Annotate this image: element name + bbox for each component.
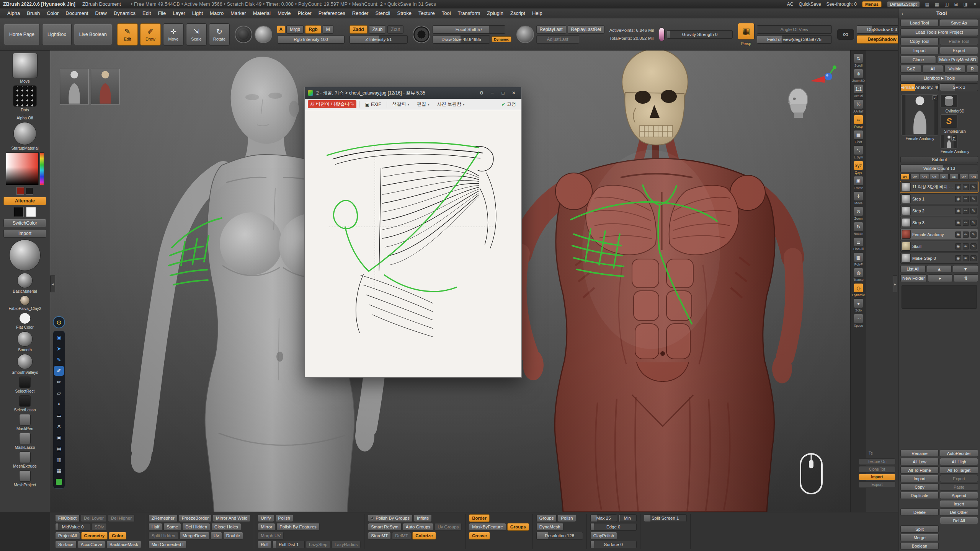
divider-icon[interactable]: ◫ bbox=[944, 2, 949, 7]
menu-file[interactable]: File bbox=[154, 8, 169, 18]
menus-button[interactable]: Menus bbox=[862, 1, 882, 7]
see-through-glasses-icon[interactable]: ∞ bbox=[837, 29, 854, 40]
edit-menu[interactable]: 편집▾ bbox=[415, 100, 432, 108]
lightbox-button[interactable]: LightBox bbox=[42, 24, 72, 45]
exif-toggle[interactable]: ▣EXIF bbox=[363, 101, 384, 108]
sculpt-icon[interactable]: ✎ bbox=[970, 220, 977, 226]
all-button[interactable]: All bbox=[923, 65, 944, 73]
r-button[interactable]: R bbox=[967, 65, 978, 73]
color-swatch-green[interactable] bbox=[54, 477, 64, 487]
subtool-item-make-step-0[interactable]: Make Step 0◉✏✎ bbox=[900, 253, 978, 264]
tab-v7[interactable]: V7 bbox=[959, 174, 969, 180]
freezeborder-button[interactable]: FreezeBorder bbox=[179, 514, 212, 522]
menu-picker[interactable]: Picker bbox=[294, 8, 315, 18]
eye-icon[interactable]: ◉ bbox=[54, 333, 64, 342]
cursor-icon[interactable]: ➤ bbox=[54, 344, 64, 354]
export-button[interactable]: Export bbox=[859, 481, 895, 488]
brush-preview-icon[interactable] bbox=[235, 26, 252, 43]
rotate-mode-button[interactable]: ↻Rotate bbox=[209, 23, 230, 46]
del-other-button[interactable]: Del Other bbox=[940, 509, 978, 516]
split-button[interactable]: Split bbox=[900, 525, 939, 533]
actual-button[interactable]: 1:1Actual bbox=[854, 84, 863, 98]
zsub-button[interactable]: Zsub bbox=[369, 25, 386, 34]
m-button[interactable]: M bbox=[323, 25, 333, 34]
paint-icon[interactable]: ✏ bbox=[963, 243, 969, 249]
visible-count-13-slider[interactable]: Visible Count 13 bbox=[900, 165, 978, 172]
rgb-intensity-100-slider[interactable]: Rgb Intensity 100 bbox=[277, 35, 345, 44]
zoom3d-button[interactable]: ⊕Zoom3D bbox=[852, 69, 865, 83]
pin-toggle[interactable]: ✔고정 bbox=[499, 100, 518, 108]
del-hidden-button[interactable]: Del Hidden bbox=[182, 523, 210, 531]
qxyz-button[interactable]: xyzQxyz bbox=[854, 161, 863, 174]
window-close-icon[interactable]: ✕ bbox=[973, 2, 977, 7]
menu-macro[interactable]: Macro bbox=[206, 8, 227, 18]
import-button[interactable]: Import bbox=[859, 474, 895, 480]
move-mode-button[interactable]: ✛Move bbox=[163, 23, 184, 46]
thumbnail-ecorche-figure[interactable] bbox=[91, 69, 120, 105]
sculpt-icon[interactable]: ✎ bbox=[970, 231, 977, 238]
roll-dist-1-slider[interactable]: Roll Dist 1 bbox=[273, 541, 305, 548]
eye-icon[interactable]: ◉ bbox=[955, 196, 961, 202]
mirror-button[interactable]: Mirror bbox=[258, 523, 275, 531]
subtool-item-step-3[interactable]: Step 3◉✏✎ bbox=[900, 217, 978, 228]
paint-icon[interactable]: ✏ bbox=[963, 184, 969, 190]
image-viewer-window[interactable]: 2 - 쇄골, 가슴 > chest_cutaway.jpg [12/16] -… bbox=[304, 87, 522, 378]
monitor-icon[interactable]: ▣ bbox=[54, 432, 64, 442]
tool-thumb-cylinder3d[interactable] bbox=[941, 94, 957, 108]
all-high-button[interactable]: All High bbox=[940, 458, 978, 465]
uv-button[interactable]: Uv bbox=[211, 532, 222, 540]
duplicate-button[interactable]: Duplicate bbox=[900, 492, 939, 499]
autoreorder-button[interactable]: AutoReorder bbox=[940, 450, 978, 457]
clone-button[interactable]: Clone bbox=[900, 56, 936, 64]
palette-icon[interactable]: ▦ bbox=[54, 466, 64, 476]
menu-color[interactable]: Color bbox=[43, 8, 62, 18]
folder-expand-button[interactable]: ▸ bbox=[928, 274, 952, 282]
rgb-button[interactable]: Rgb bbox=[305, 25, 321, 34]
aahalf-button[interactable]: ½AAHalf bbox=[853, 99, 863, 113]
folder-reorder-button[interactable]: ⇅ bbox=[954, 274, 978, 282]
meshproject-thumbnail[interactable] bbox=[19, 470, 31, 482]
solo-button[interactable]: ●Solo bbox=[854, 298, 863, 312]
paint-icon[interactable]: ✏ bbox=[963, 208, 969, 214]
close-icon[interactable]: ✕ bbox=[509, 89, 518, 97]
paste-tool-button[interactable]: Paste Tool bbox=[940, 37, 978, 45]
menu-preferences[interactable]: Preferences bbox=[315, 8, 349, 18]
all-to-target-button[interactable]: All To Target bbox=[940, 466, 978, 474]
sculpt-icon[interactable]: ✎ bbox=[970, 196, 977, 202]
scale-mode-button[interactable]: ⇲Scale bbox=[186, 23, 207, 46]
polish-by-features-button[interactable]: Polish By Features bbox=[276, 523, 320, 531]
notes-icon[interactable]: ▥ bbox=[54, 455, 64, 465]
defaultzscript-button[interactable]: DefaultZScript bbox=[887, 1, 920, 7]
linefill-button[interactable]: ≣LineFill bbox=[853, 237, 864, 251]
female-anatomy-48-slider[interactable]: Female Anatomy. 48 bbox=[900, 83, 939, 91]
goz-button[interactable]: GoZ bbox=[900, 65, 921, 73]
delmt-button[interactable]: DelMT bbox=[392, 532, 411, 540]
load-tools-from-project-button[interactable]: Load Tools From Project bbox=[900, 28, 978, 36]
sculpt-icon[interactable]: ✎ bbox=[970, 208, 977, 214]
falloff-preview-icon[interactable] bbox=[413, 26, 430, 43]
home-page-button[interactable]: Home Page bbox=[4, 24, 40, 45]
dynamesh-button[interactable]: DynaMesh bbox=[536, 523, 564, 531]
split-screen-1-slider[interactable]: Split Screen 1 bbox=[644, 514, 687, 522]
rect-icon[interactable]: ▭ bbox=[54, 410, 64, 420]
claypolish-button[interactable]: ClayPolish bbox=[590, 532, 617, 540]
crease-button[interactable]: Crease bbox=[469, 532, 490, 540]
menu-movie[interactable]: Movie bbox=[274, 8, 294, 18]
menu-draw[interactable]: Draw bbox=[92, 8, 110, 18]
clone-txt-button[interactable]: Clone Txt bbox=[859, 466, 895, 473]
move-down-button[interactable]: ▼ bbox=[953, 265, 978, 273]
menu-zscript[interactable]: Zscript bbox=[507, 8, 529, 18]
eye-icon[interactable]: ◉ bbox=[955, 220, 961, 226]
hue-strip[interactable] bbox=[40, 152, 44, 185]
focal-shift-57-slider[interactable]: Focal Shift 57 bbox=[433, 25, 505, 34]
min-slider[interactable]: Min bbox=[618, 514, 637, 522]
scroll-button[interactable]: ⇅Scroll bbox=[854, 54, 863, 67]
new-folder-button[interactable]: New Folder bbox=[900, 274, 927, 282]
pin-light-icon[interactable]: ⊙ bbox=[53, 316, 65, 328]
paint-icon[interactable]: ✏ bbox=[963, 231, 969, 238]
auto-groups-button[interactable]: Auto Groups bbox=[403, 523, 434, 531]
menu-tool[interactable]: Tool bbox=[438, 8, 454, 18]
pencil-icon[interactable]: ✎ bbox=[54, 355, 64, 365]
del-higher-button[interactable]: Del Higher bbox=[108, 514, 135, 522]
menu-stroke[interactable]: Stroke bbox=[394, 8, 415, 18]
